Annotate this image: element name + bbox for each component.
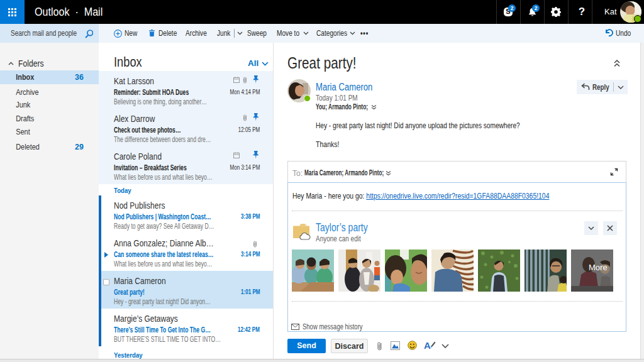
svg-text:More: More bbox=[589, 263, 608, 272]
